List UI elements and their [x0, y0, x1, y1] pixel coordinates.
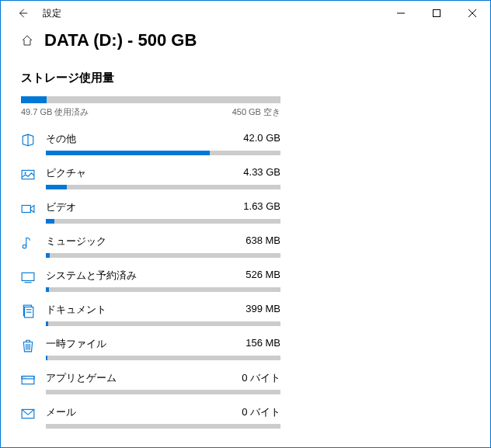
category-bar-fill [46, 219, 54, 224]
category-bar [46, 356, 280, 360]
category-row[interactable]: ピクチャ4.33 GB [21, 166, 470, 189]
category-size: 4.33 GB [243, 166, 280, 180]
category-bar [46, 253, 280, 258]
home-icon[interactable] [21, 34, 33, 47]
category-size: 156 MB [246, 337, 280, 351]
system-icon [21, 270, 35, 284]
other-icon [21, 134, 35, 148]
category-row[interactable]: ビデオ1.63 GB [21, 200, 470, 224]
category-label: ピクチャ [46, 166, 86, 180]
mail-icon [21, 407, 35, 421]
category-label: ミュージック [46, 234, 106, 248]
category-bar [46, 151, 280, 155]
svg-rect-4 [22, 170, 34, 179]
category-size: 0 バイト [242, 371, 280, 385]
category-label: ビデオ [46, 200, 76, 214]
category-size: 526 MB [246, 269, 280, 283]
category-row[interactable]: システムと予約済み526 MB [21, 269, 470, 292]
temp-icon [21, 339, 35, 352]
close-button[interactable] [454, 1, 490, 26]
category-bar [46, 185, 280, 189]
category-bar-fill [46, 356, 47, 360]
minimize-button[interactable] [383, 1, 419, 26]
page-title: DATA (D:) - 500 GB [44, 30, 197, 50]
category-bar [46, 390, 280, 394]
window-title: 設定 [43, 7, 61, 20]
svg-rect-8 [22, 273, 34, 280]
category-bar-fill [46, 287, 49, 292]
svg-point-5 [25, 172, 26, 174]
storage-usage-bar [21, 96, 280, 103]
category-label: アプリとゲーム [46, 371, 117, 385]
videos-icon [21, 202, 35, 216]
category-label: ドキュメント [46, 303, 106, 317]
category-size: 638 MB [246, 234, 280, 248]
category-size: 399 MB [246, 303, 280, 317]
section-title: ストレージ使用量 [21, 71, 470, 85]
category-bar-fill [46, 321, 48, 326]
category-bar [46, 321, 280, 326]
category-size: 0 バイト [242, 405, 280, 419]
back-button[interactable] [7, 1, 38, 26]
apps-icon [21, 373, 35, 387]
category-bar-fill [46, 185, 67, 189]
category-bar [46, 424, 280, 429]
music-icon [21, 236, 35, 250]
category-bar-fill [46, 253, 50, 258]
category-bar-fill [46, 151, 210, 155]
documents-icon [21, 304, 35, 318]
svg-rect-6 [22, 206, 30, 213]
category-row[interactable]: ミュージック638 MB [21, 234, 470, 258]
category-row[interactable]: その他42.0 GB [21, 132, 470, 155]
svg-point-20 [25, 377, 26, 378]
free-label: 450 GB 空き [232, 106, 280, 118]
category-label: メール [46, 405, 76, 419]
svg-point-7 [23, 245, 26, 248]
category-label: その他 [46, 132, 76, 146]
maximize-button[interactable] [419, 1, 454, 26]
svg-point-19 [23, 377, 24, 378]
used-label: 49.7 GB 使用済み [21, 106, 89, 118]
svg-rect-1 [434, 10, 441, 17]
category-bar [46, 219, 280, 224]
category-label: 一時ファイル [46, 337, 106, 351]
category-row[interactable]: ドキュメント399 MB [21, 303, 470, 326]
storage-usage-fill [21, 96, 47, 103]
category-bar [46, 287, 280, 292]
category-row[interactable]: アプリとゲーム0 バイト [21, 371, 470, 394]
category-row[interactable]: メール0 バイト [21, 405, 470, 429]
category-row[interactable]: 一時ファイル156 MB [21, 337, 470, 360]
category-size: 1.63 GB [243, 200, 280, 214]
category-size: 42.0 GB [243, 132, 280, 146]
pictures-icon [21, 168, 35, 182]
category-label: システムと予約済み [46, 269, 137, 283]
